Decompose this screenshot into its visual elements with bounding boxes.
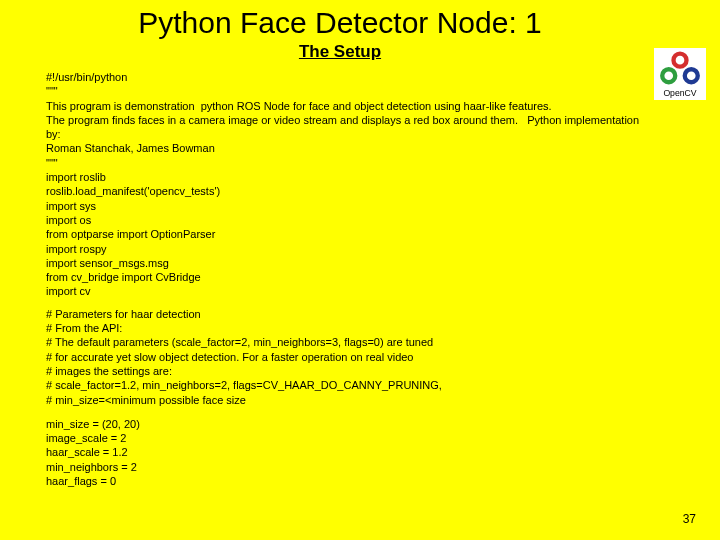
opencv-logo-icon: OpenCV [654, 48, 706, 100]
slide-subtitle: The Setup [0, 42, 720, 70]
code-block-params: min_size = (20, 20) image_scale = 2 haar… [0, 417, 720, 488]
opencv-logo: OpenCV [654, 48, 706, 100]
opencv-logo-label: OpenCV [663, 88, 696, 98]
code-block-comments: # Parameters for haar detection # From t… [0, 307, 720, 407]
slide-title: Python Face Detector Node: 1 [0, 0, 720, 42]
page-number: 37 [683, 512, 696, 526]
code-block-imports: #!/usr/bin/python """ This program is de… [0, 70, 720, 299]
